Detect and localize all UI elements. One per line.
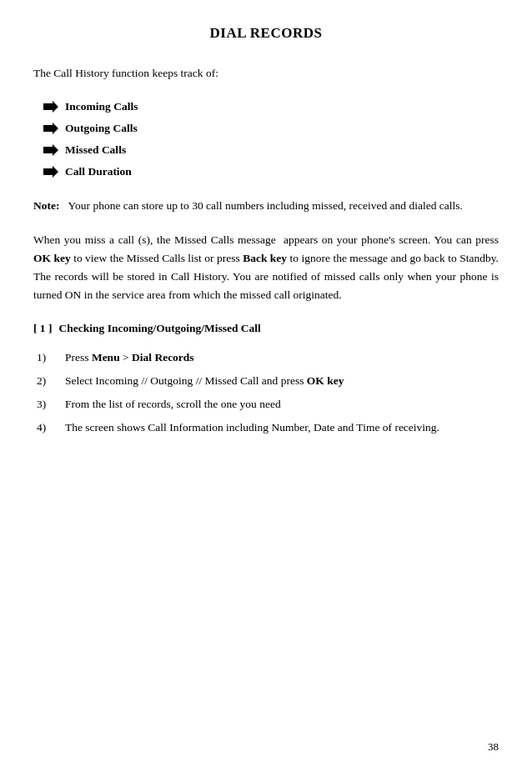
back-key-ref: Back key bbox=[243, 252, 287, 264]
note-text: Your phone can store up to 30 call numbe… bbox=[68, 199, 463, 212]
page-title: DIAL RECORDS bbox=[33, 25, 499, 42]
note-section: Note: Your phone can store up to 30 call… bbox=[33, 197, 499, 215]
list-item: Missed Calls bbox=[42, 143, 499, 157]
step-number: 2) bbox=[33, 372, 65, 390]
step-text: Press Menu > Dial Records bbox=[65, 348, 499, 367]
steps-list: 1) Press Menu > Dial Records 2) Select I… bbox=[33, 348, 499, 438]
list-item: Call Duration bbox=[42, 165, 499, 178]
step-number: 1) bbox=[33, 348, 65, 367]
svg-marker-0 bbox=[43, 101, 58, 113]
step-text: Select Incoming // Outgoing // Missed Ca… bbox=[65, 372, 499, 390]
section-heading: [ 1 ] Checking Incoming/Outgoing/Missed … bbox=[33, 322, 499, 335]
bullet-label-duration: Call Duration bbox=[65, 165, 132, 178]
intro-text: The Call History function keeps track of… bbox=[33, 65, 499, 82]
step-number: 4) bbox=[33, 419, 65, 437]
section-title: Checking Incoming/Outgoing/Missed Call bbox=[59, 322, 261, 335]
list-item: Outgoing Calls bbox=[42, 122, 499, 135]
step-text: The screen shows Call Information includ… bbox=[65, 419, 499, 437]
bullet-label-outgoing: Outgoing Calls bbox=[65, 122, 138, 135]
arrow-icon bbox=[42, 101, 60, 113]
ok-key-ref2: OK key bbox=[307, 374, 344, 387]
menu-ref: Menu bbox=[92, 351, 120, 363]
body-paragraph: When you miss a call (s), the Missed Cal… bbox=[33, 231, 499, 305]
step-item: 4) The screen shows Call Information inc… bbox=[33, 419, 499, 437]
dial-records-ref: Dial Records bbox=[132, 351, 194, 363]
svg-marker-3 bbox=[43, 166, 58, 178]
step-item: 3) From the list of records, scroll the … bbox=[33, 395, 499, 414]
bullet-label-incoming: Incoming Calls bbox=[65, 100, 138, 113]
arrow-icon bbox=[42, 166, 60, 178]
step-item: 2) Select Incoming // Outgoing // Missed… bbox=[33, 372, 499, 390]
ok-key-ref: OK key bbox=[33, 252, 71, 264]
step-item: 1) Press Menu > Dial Records bbox=[33, 348, 499, 367]
list-item: Incoming Calls bbox=[42, 100, 499, 113]
page-number: 38 bbox=[488, 740, 499, 754]
arrow-icon bbox=[42, 123, 60, 134]
step-text: From the list of records, scroll the one… bbox=[65, 395, 499, 414]
svg-marker-2 bbox=[43, 144, 58, 156]
bullet-label-missed: Missed Calls bbox=[65, 143, 126, 157]
arrow-icon bbox=[42, 144, 60, 156]
section-number: [ 1 ] bbox=[33, 322, 53, 335]
note-label: Note: bbox=[33, 199, 68, 212]
bullet-list: Incoming Calls Outgoing Calls Missed Cal… bbox=[42, 100, 499, 178]
step-number: 3) bbox=[33, 395, 65, 414]
svg-marker-1 bbox=[43, 123, 58, 134]
